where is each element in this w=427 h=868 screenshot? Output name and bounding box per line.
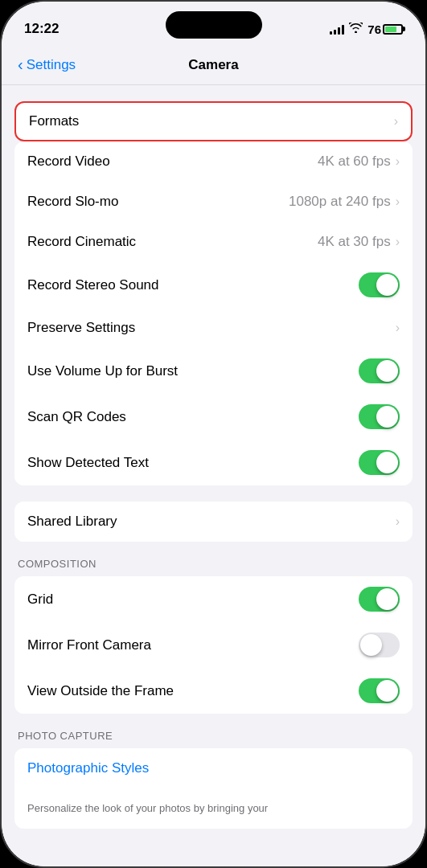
record-stereo-sound-toggle[interactable] [359, 272, 400, 297]
formats-label: Formats [29, 113, 79, 129]
battery-level: 76 [367, 23, 381, 36]
shared-library-chevron-icon: › [396, 514, 400, 529]
record-video-value: 4K at 60 fps [318, 154, 391, 170]
list-item-record-cinematic[interactable]: Record Cinematic 4K at 30 fps › [14, 222, 413, 262]
list-item-record-video[interactable]: Record Video 4K at 60 fps › [14, 141, 413, 182]
page-title: Camera [188, 57, 238, 73]
mirror-front-camera-label: Mirror Front Camera [27, 637, 151, 653]
record-cinematic-value: 4K at 30 fps [318, 234, 391, 250]
main-settings-group: Record Video 4K at 60 fps › Record Slo-m… [14, 141, 413, 485]
signal-bar-2 [334, 30, 336, 35]
shared-library-label: Shared Library [27, 514, 117, 530]
show-detected-text-toggle[interactable] [359, 450, 400, 475]
list-item-preserve-settings[interactable]: Preserve Settings › [14, 308, 413, 348]
list-item-record-slo-mo[interactable]: Record Slo-mo 1080p at 240 fps › [14, 182, 413, 222]
composition-section-label: COMPOSITION [2, 558, 425, 576]
list-item-use-volume-up[interactable]: Use Volume Up for Burst [14, 348, 413, 394]
toggle-knob [376, 274, 398, 296]
photographic-styles-label: Photographic Styles [27, 760, 149, 776]
record-video-right: 4K at 60 fps › [318, 154, 400, 170]
scan-qr-codes-label: Scan QR Codes [27, 409, 126, 425]
record-video-chevron-icon: › [396, 154, 400, 169]
list-item-scan-qr-codes[interactable]: Scan QR Codes [14, 394, 413, 440]
toggle-knob [376, 680, 398, 702]
record-stereo-sound-label: Record Stereo Sound [27, 277, 159, 293]
preserve-settings-label: Preserve Settings [27, 320, 135, 336]
record-cinematic-right: 4K at 30 fps › [318, 234, 400, 250]
back-button[interactable]: ‹ Settings [18, 55, 76, 74]
signal-bar-4 [342, 25, 344, 35]
wifi-icon [349, 23, 363, 35]
status-icons: 76 [330, 23, 403, 36]
shared-library-section: Shared Library › [2, 502, 425, 542]
show-detected-text-label: Show Detected Text [27, 455, 149, 471]
use-volume-up-toggle[interactable] [359, 358, 400, 383]
bottom-spacer [2, 829, 425, 845]
list-item-grid[interactable]: Grid [14, 576, 413, 622]
status-bar: 12:22 76 [2, 2, 425, 45]
grid-label: Grid [27, 592, 53, 608]
signal-bar-3 [338, 27, 340, 35]
status-time: 12:22 [24, 21, 59, 37]
toggle-knob [376, 452, 398, 473]
scan-qr-codes-toggle[interactable] [359, 404, 400, 429]
back-label: Settings [27, 57, 76, 73]
photographic-styles-description: Personalize the look of your photos by b… [27, 801, 268, 816]
toggle-knob [376, 406, 398, 428]
preserve-settings-right: › [396, 321, 400, 335]
composition-group: Grid Mirror Front Camera V [14, 576, 413, 714]
formats-chevron-icon: › [394, 114, 398, 129]
grid-toggle[interactable] [359, 587, 400, 612]
list-item-shared-library[interactable]: Shared Library › [14, 502, 413, 542]
record-slo-mo-right: 1080p at 240 fps › [289, 194, 400, 210]
toggle-knob [376, 360, 398, 382]
view-outside-frame-label: View Outside the Frame [27, 683, 174, 699]
list-item-show-detected-text[interactable]: Show Detected Text [14, 440, 413, 485]
signal-bars-icon [330, 23, 344, 35]
photo-capture-group: Photographic Styles Personalize the look… [14, 748, 413, 829]
formats-row[interactable]: Formats › [14, 101, 413, 141]
record-slo-mo-label: Record Slo-mo [27, 194, 118, 210]
toggle-knob [360, 634, 382, 656]
toggle-knob [376, 588, 398, 610]
list-item-mirror-front-camera[interactable]: Mirror Front Camera [14, 622, 413, 668]
nav-bar: ‹ Settings Camera [2, 45, 425, 85]
photo-capture-section-label: PHOTO CAPTURE [2, 730, 425, 748]
record-slo-mo-chevron-icon: › [396, 194, 400, 209]
dynamic-island [166, 11, 262, 39]
composition-section: COMPOSITION Grid Mirror Front Camera [2, 558, 425, 714]
record-video-label: Record Video [27, 154, 110, 170]
photo-capture-section: PHOTO CAPTURE Photographic Styles Person… [2, 730, 425, 829]
list-item-record-stereo-sound[interactable]: Record Stereo Sound [14, 262, 413, 308]
record-cinematic-chevron-icon: › [396, 235, 400, 249]
list-item-photographic-styles[interactable]: Photographic Styles [14, 748, 413, 788]
battery-indicator: 76 [367, 23, 403, 36]
record-slo-mo-value: 1080p at 240 fps [289, 194, 391, 210]
photographic-styles-description-row: Personalize the look of your photos by b… [14, 788, 413, 829]
battery-icon [383, 24, 403, 35]
signal-bar-1 [330, 31, 332, 35]
battery-fill [385, 27, 396, 32]
view-outside-frame-toggle[interactable] [359, 678, 400, 703]
preserve-settings-chevron-icon: › [396, 321, 400, 335]
record-cinematic-label: Record Cinematic [27, 234, 136, 250]
back-chevron-icon: ‹ [18, 55, 23, 74]
list-item-view-outside-frame[interactable]: View Outside the Frame [14, 668, 413, 714]
shared-library-group: Shared Library › [14, 502, 413, 542]
use-volume-up-label: Use Volume Up for Burst [27, 363, 178, 379]
settings-content: Formats › Record Video 4K at 60 fps › Re… [2, 85, 425, 866]
mirror-front-camera-toggle[interactable] [359, 633, 400, 657]
